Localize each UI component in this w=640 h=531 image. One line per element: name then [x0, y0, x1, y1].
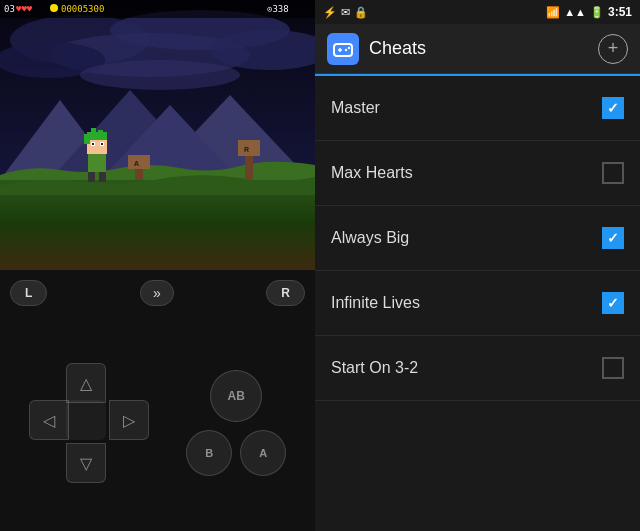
svg-rect-26: [92, 143, 94, 145]
cheat-name-start-on-3-2: Start On 3-2: [331, 359, 418, 377]
app-header-left: Cheats: [327, 33, 426, 65]
right-panel: ⚡ ✉ 🔒 📶 ▲▲ 🔋 3:51 Cheats +: [315, 0, 640, 531]
wifi-icon: 📶: [546, 6, 560, 19]
cheat-checkbox-master[interactable]: [602, 97, 624, 119]
btn-l[interactable]: L: [10, 280, 47, 306]
dpad-right-arrow: ▷: [123, 411, 135, 430]
svg-rect-23: [98, 130, 103, 138]
svg-rect-21: [84, 134, 90, 144]
cheat-checkbox-always-big[interactable]: [602, 227, 624, 249]
svg-rect-29: [99, 172, 106, 182]
svg-point-40: [348, 46, 350, 48]
dpad-up[interactable]: △: [66, 363, 106, 403]
dpad-down[interactable]: ▽: [66, 443, 106, 483]
lock-icon: 🔒: [354, 6, 368, 19]
battery-icon: 🔋: [590, 6, 604, 19]
action-btn-row-top: AB: [210, 370, 262, 422]
dpad-area: △ ◁ ▷ ▽ AB B A: [0, 315, 315, 531]
cheat-checkbox-max-hearts[interactable]: [602, 162, 624, 184]
left-panel: R A 03 ♥♥♥: [0, 0, 315, 531]
status-right: 📶 ▲▲ 🔋 3:51: [546, 5, 632, 19]
usb-icon: ⚡: [323, 6, 337, 19]
svg-text:00005300: 00005300: [61, 4, 104, 14]
action-btn-row-bottom: B A: [186, 430, 286, 476]
svg-point-39: [345, 48, 347, 50]
btn-r[interactable]: R: [266, 280, 305, 306]
svg-text:03: 03: [4, 4, 15, 14]
svg-point-33: [50, 4, 58, 12]
cheat-item-master[interactable]: Master: [315, 76, 640, 141]
clock: 3:51: [608, 5, 632, 19]
action-buttons: AB B A: [186, 370, 286, 476]
svg-rect-28: [88, 172, 95, 182]
add-cheat-button[interactable]: +: [598, 34, 628, 64]
btn-b[interactable]: B: [186, 430, 232, 476]
dpad-down-arrow: ▽: [80, 454, 92, 473]
cheat-item-always-big[interactable]: Always Big: [315, 206, 640, 271]
svg-text:♥♥♥: ♥♥♥: [16, 4, 33, 14]
svg-point-6: [80, 60, 240, 90]
cheat-item-start-on-3-2[interactable]: Start On 3-2: [315, 336, 640, 401]
cheat-list: MasterMax HeartsAlways BigInfinite Lives…: [315, 76, 640, 531]
cheat-name-infinite-lives: Infinite Lives: [331, 294, 420, 312]
notification-icon: ✉: [341, 6, 350, 19]
controls-bar: L » R: [0, 270, 315, 315]
app-title: Cheats: [369, 38, 426, 59]
btn-ab[interactable]: AB: [210, 370, 262, 422]
cheat-item-infinite-lives[interactable]: Infinite Lives: [315, 271, 640, 336]
svg-rect-36: [334, 44, 352, 56]
cheat-name-max-hearts: Max Hearts: [331, 164, 413, 182]
cheat-name-always-big: Always Big: [331, 229, 409, 247]
svg-text:R: R: [244, 146, 249, 153]
dpad-left-arrow: ◁: [43, 411, 55, 430]
game-screen: R A 03 ♥♥♥: [0, 0, 315, 270]
dpad-center: [66, 400, 106, 440]
svg-rect-22: [91, 128, 96, 136]
dpad-left[interactable]: ◁: [29, 400, 69, 440]
app-icon: [327, 33, 359, 65]
svg-text:⊙338: ⊙338: [267, 4, 289, 14]
btn-fast-forward[interactable]: »: [140, 280, 174, 306]
dpad-up-arrow: △: [80, 374, 92, 393]
dpad-right[interactable]: ▷: [109, 400, 149, 440]
signal-icon: ▲▲: [564, 6, 586, 18]
status-left: ⚡ ✉ 🔒: [323, 6, 368, 19]
svg-text:A: A: [134, 160, 139, 167]
cheat-checkbox-infinite-lives[interactable]: [602, 292, 624, 314]
app-header: Cheats +: [315, 24, 640, 74]
cheat-name-master: Master: [331, 99, 380, 117]
cheat-item-max-hearts[interactable]: Max Hearts: [315, 141, 640, 206]
cheat-checkbox-start-on-3-2[interactable]: [602, 357, 624, 379]
dpad: △ ◁ ▷ ▽: [29, 363, 149, 483]
btn-a[interactable]: A: [240, 430, 286, 476]
svg-rect-27: [101, 143, 103, 145]
status-bar: ⚡ ✉ 🔒 📶 ▲▲ 🔋 3:51: [315, 0, 640, 24]
